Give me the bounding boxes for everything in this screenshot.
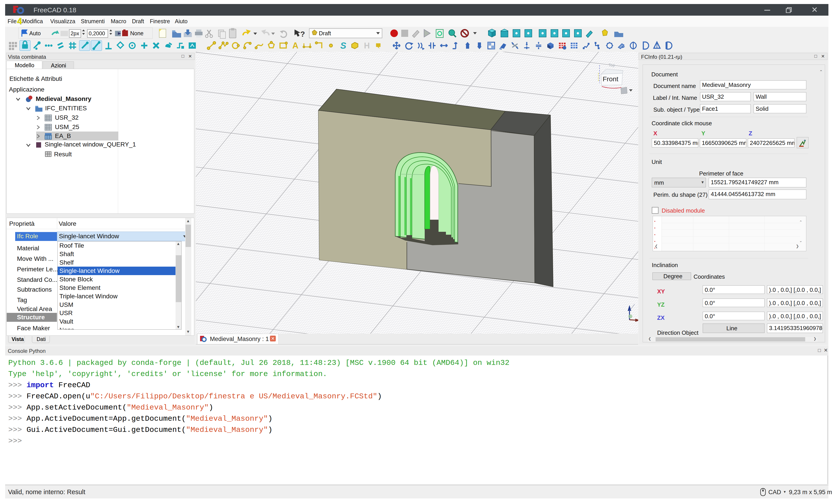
svg-text:Auto: Auto [29,30,41,37]
svg-text:0,2000: 0,2000 [89,30,105,37]
svg-text:None: None [130,30,144,37]
svg-text:?: ? [300,30,305,38]
svg-text:2px: 2px [70,30,79,37]
svg-text:H: H [364,41,370,50]
svg-text:S: S [340,41,346,50]
svg-text:Draft: Draft [319,30,331,37]
svg-text:Top: Top [609,63,615,67]
svg-text:A: A [292,41,298,50]
svg-text:Front: Front [603,75,618,83]
